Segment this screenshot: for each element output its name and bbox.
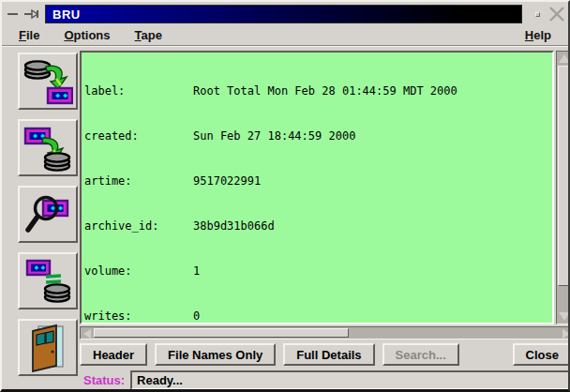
titlebar: BRU: [4, 3, 566, 25]
scroll-left-icon[interactable]: [83, 329, 91, 339]
file-names-only-button[interactable]: File Names Only: [155, 343, 276, 366]
detail-value: 0: [193, 309, 552, 324]
close-button[interactable]: Close: [513, 343, 570, 366]
content-column: label:Root Total Mon Feb 28 01:44:59 MDT…: [78, 47, 570, 390]
close-icon[interactable]: [548, 6, 565, 23]
horizontal-scroll-thumb[interactable]: [94, 328, 349, 338]
detail-label: volume:: [84, 264, 193, 279]
close-x-glyph: [548, 6, 565, 23]
open-door-icon: [22, 324, 73, 372]
pin-icon[interactable]: [23, 6, 40, 23]
title-strip[interactable]: BRU: [45, 5, 522, 23]
view-buttons-row: Header File Names Only Full Details Sear…: [80, 343, 570, 366]
detail-row: created:Sun Feb 27 18:44:59 2000: [84, 128, 552, 143]
detail-value: 38b9d31b066d: [193, 219, 552, 234]
status-value: Ready...: [137, 373, 183, 387]
archive-details-view: label:Root Total Mon Feb 28 01:44:59 MDT…: [80, 51, 554, 324]
vertical-scrollbar[interactable]: [556, 51, 570, 324]
menubar: File Options Tape Help: [2, 25, 568, 46]
detail-label: artime:: [84, 173, 193, 188]
detail-value: Root Total Mon Feb 28 01:44:59 MDT 2000: [193, 83, 552, 98]
magnifier-tape-icon: [22, 191, 73, 238]
maximize-dot-icon[interactable]: [535, 12, 540, 17]
status-bar: Status: Ready...: [80, 370, 570, 390]
minimize-glyph: [7, 9, 20, 19]
compare-button[interactable]: [18, 252, 78, 309]
detail-label: label:: [84, 83, 193, 98]
detail-row: writes:0: [84, 309, 552, 324]
main-area: label:Root Total Mon Feb 28 01:44:59 MDT…: [2, 46, 568, 390]
detail-row: label:Root Total Mon Feb 28 01:44:59 MDT…: [84, 83, 552, 98]
header-button[interactable]: Header: [80, 343, 147, 366]
exit-button[interactable]: [18, 319, 78, 376]
horizontal-scrollbar[interactable]: [80, 326, 570, 339]
full-details-button[interactable]: Full Details: [283, 343, 374, 366]
tape-equals-disk-icon: [22, 258, 73, 305]
sidebar-toolbar: [2, 47, 78, 390]
menu-options[interactable]: Options: [58, 26, 115, 44]
tape-to-disk-arrow-icon: [22, 125, 73, 172]
disk-to-tape-arrow-icon: [22, 58, 73, 105]
detail-label: writes:: [84, 309, 193, 324]
bru-window: BRU File Options Tape Help: [0, 0, 570, 392]
menu-file[interactable]: File: [13, 26, 45, 44]
pin-glyph: [24, 9, 39, 19]
search-button[interactable]: Search...: [382, 343, 459, 366]
menu-tape[interactable]: Tape: [129, 26, 168, 44]
detail-label: archive_id:: [84, 219, 193, 234]
detail-row: artime:9517022991: [84, 173, 552, 188]
verify-button[interactable]: [18, 186, 78, 243]
vertical-scroll-thumb[interactable]: [558, 66, 570, 286]
scroll-up-icon[interactable]: [559, 54, 570, 63]
detail-value: 9517022991: [193, 173, 552, 188]
backup-button[interactable]: [18, 53, 78, 110]
detail-value: Sun Feb 27 18:44:59 2000: [193, 128, 552, 143]
detail-row: archive_id:38b9d31b066d: [84, 219, 552, 234]
window-title: BRU: [52, 8, 81, 22]
menu-help[interactable]: Help: [519, 26, 557, 44]
detail-value: 1: [193, 264, 552, 279]
detail-row: volume:1: [84, 264, 552, 279]
status-label: Status:: [83, 373, 125, 387]
detail-label: created:: [84, 128, 193, 143]
view-row: label:Root Total Mon Feb 28 01:44:59 MDT…: [80, 51, 570, 324]
status-field: Ready...: [130, 370, 570, 390]
scroll-right-icon[interactable]: [562, 329, 570, 339]
restore-button[interactable]: [18, 119, 78, 176]
minimize-icon[interactable]: [5, 6, 22, 23]
scroll-down-icon[interactable]: [559, 312, 570, 321]
